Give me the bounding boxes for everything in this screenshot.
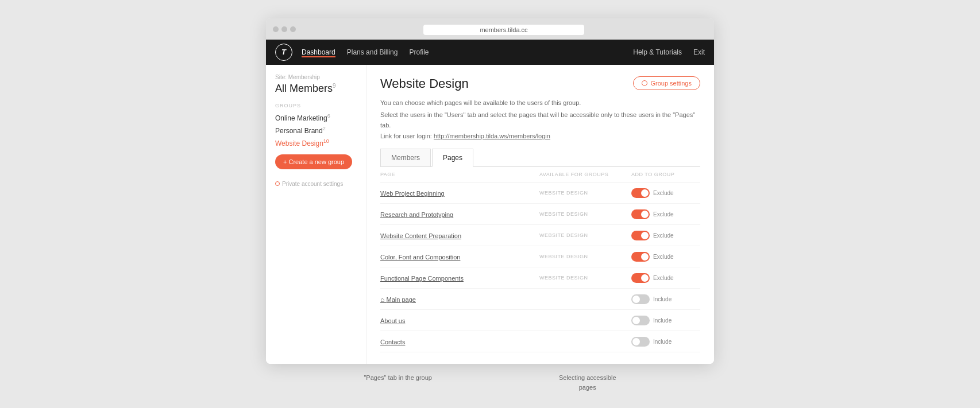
main-content: Website Design Group settings You can ch…	[366, 65, 714, 364]
content-tabs: Members Pages	[380, 149, 700, 167]
content-header: Website Design Group settings	[380, 76, 700, 91]
table-row: About us Include	[380, 310, 700, 331]
page-link[interactable]: Website Content Preparation	[380, 232, 461, 239]
toggle-row: Exclude	[631, 188, 700, 198]
create-group-button[interactable]: + Create a new group	[275, 154, 352, 169]
page-link[interactable]: Contacts	[380, 339, 405, 345]
toggle-switch[interactable]	[631, 273, 650, 283]
nav-right: Help & Tutorials Exit	[633, 48, 705, 56]
table-header: PAGE AVAILABLE FOR GROUPS ADD TO GROUP	[380, 167, 700, 182]
page-link[interactable]: Functional Page Components	[380, 275, 464, 282]
toggle-switch[interactable]	[631, 337, 650, 347]
nav-plans[interactable]: Plans and Billing	[347, 47, 398, 57]
close-dot	[273, 26, 279, 32]
toggle-label: Include	[653, 317, 672, 324]
settings-circle-icon	[642, 80, 647, 86]
table-row: Website Content Preparation WEBSITE DESI…	[380, 225, 700, 246]
all-members-link[interactable]: All Members9	[275, 83, 357, 95]
annotation-selecting-pages: Selecting accessible pages	[559, 373, 616, 392]
page-link[interactable]: Main page	[380, 296, 416, 303]
toggle-label: Exclude	[653, 254, 674, 260]
page-link[interactable]: About us	[380, 317, 405, 324]
toggle-label: Exclude	[653, 211, 674, 217]
toggle-label: Include	[653, 339, 672, 345]
table-row: Web Project Beginning WEBSITE DESIGN Exc…	[380, 182, 700, 204]
logo: T	[275, 44, 292, 61]
page-link[interactable]: Web Project Beginning	[380, 190, 445, 197]
annotation-pages-tab: "Pages" tab in the group	[364, 373, 432, 392]
table-row: Functional Page Components WEBSITE DESIG…	[380, 267, 700, 289]
pages-table: PAGE AVAILABLE FOR GROUPS ADD TO GROUP W…	[380, 167, 700, 352]
logo-letter: T	[281, 48, 286, 56]
description-2: Select the users in the "Users" tab and …	[380, 110, 700, 130]
available-groups-cell: WEBSITE DESIGN	[539, 211, 631, 217]
nav-dashboard[interactable]: Dashboard	[302, 47, 335, 57]
browser-chrome	[266, 18, 714, 40]
toggle-switch[interactable]	[631, 252, 650, 262]
top-navigation: T Dashboard Plans and Billing Profile He…	[266, 40, 714, 65]
toggle-row: Include	[631, 337, 700, 347]
annotations: "Pages" tab in the group Selecting acces…	[266, 364, 714, 401]
col-add: ADD TO GROUP	[631, 172, 700, 177]
available-groups-cell: WEBSITE DESIGN	[539, 190, 631, 196]
login-link-text: Link for user login: http://membership.t…	[380, 133, 700, 139]
page-link[interactable]: Research and Prototyping	[380, 211, 453, 218]
private-settings-link[interactable]: Private account settings	[275, 181, 357, 187]
page-title: Website Design	[380, 76, 469, 91]
table-row: Color, Font and Composition WEBSITE DESI…	[380, 246, 700, 267]
table-row: Contacts Include	[380, 331, 700, 352]
tab-members[interactable]: Members	[380, 149, 431, 166]
main-layout: Site: Membership All Members9 GROUPS Onl…	[266, 65, 714, 364]
nav-profile[interactable]: Profile	[409, 47, 429, 57]
group-personal-brand[interactable]: Personal Brand2	[275, 126, 357, 135]
maximize-dot	[290, 26, 296, 32]
toggle-label: Exclude	[653, 275, 674, 281]
table-row: Main page Include	[380, 289, 700, 310]
toggle-switch[interactable]	[631, 188, 650, 198]
login-url[interactable]: http://membership.tilda.ws/members/login	[434, 133, 550, 139]
nav-help[interactable]: Help & Tutorials	[633, 48, 682, 56]
description-1: You can choose which pages will be avail…	[380, 98, 700, 108]
nav-exit[interactable]: Exit	[693, 48, 705, 56]
toggle-switch[interactable]	[631, 316, 650, 325]
available-groups-cell: WEBSITE DESIGN	[539, 275, 631, 281]
window-controls	[273, 26, 296, 32]
col-available: AVAILABLE FOR GROUPS	[539, 172, 631, 177]
browser-window: T Dashboard Plans and Billing Profile He…	[266, 7, 714, 402]
minimize-dot	[281, 26, 287, 32]
toggle-row: Exclude	[631, 273, 700, 283]
toggle-switch[interactable]	[631, 294, 650, 304]
toggle-row: Include	[631, 316, 700, 325]
toggle-label: Exclude	[653, 190, 674, 196]
url-input[interactable]	[423, 25, 584, 35]
toggle-label: Include	[653, 296, 672, 302]
group-settings-button[interactable]: Group settings	[633, 76, 700, 90]
col-page: PAGE	[380, 172, 539, 177]
toggle-row: Exclude	[631, 231, 700, 240]
nav-links: Dashboard Plans and Billing Profile	[302, 47, 633, 57]
toggle-row: Exclude	[631, 209, 700, 219]
available-groups-cell: WEBSITE DESIGN	[539, 254, 631, 259]
toggle-row: Include	[631, 294, 700, 304]
toggle-row: Exclude	[631, 252, 700, 262]
group-online-marketing[interactable]: Online Marketing6	[275, 113, 357, 122]
groups-label: GROUPS	[275, 103, 357, 108]
site-label: Site: Membership	[275, 74, 357, 80]
group-website-design[interactable]: Website Design10	[275, 138, 357, 147]
page-link[interactable]: Color, Font and Composition	[380, 254, 460, 261]
url-bar	[300, 24, 707, 35]
available-groups-cell: WEBSITE DESIGN	[539, 232, 631, 238]
toggle-switch[interactable]	[631, 209, 650, 219]
toggle-label: Exclude	[653, 232, 674, 239]
table-row: Research and Prototyping WEBSITE DESIGN …	[380, 204, 700, 225]
settings-dot-icon	[275, 181, 280, 186]
tab-pages[interactable]: Pages	[432, 149, 473, 167]
toggle-switch[interactable]	[631, 231, 650, 240]
sidebar: Site: Membership All Members9 GROUPS Onl…	[266, 65, 366, 364]
